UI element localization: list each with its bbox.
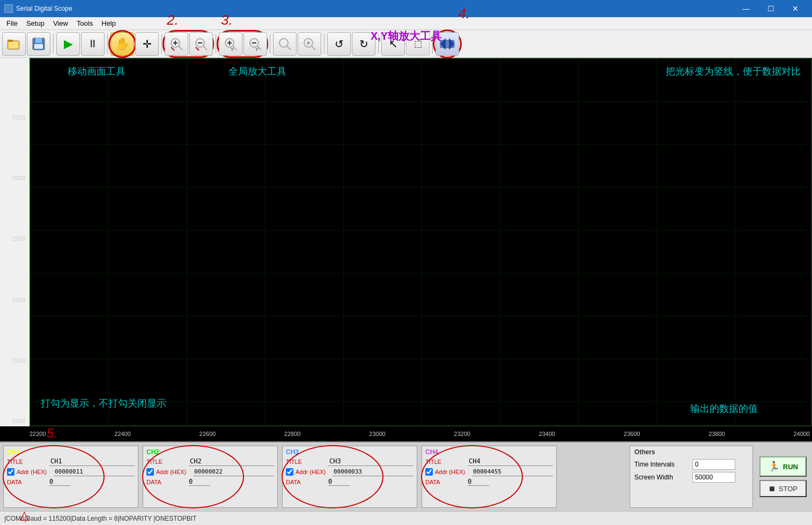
toolbar: ▶ ⏸ ✋ ✛ 2. — [0, 30, 812, 58]
ch2-group: CH2 TITLE Addr (HEX) DATA 0 — [143, 446, 278, 508]
ch3-checkbox[interactable] — [286, 468, 293, 476]
ch4-addr-label: Addr (HEX) — [435, 469, 470, 475]
x-label-24000: 24000 — [793, 431, 810, 437]
svg-rect-34 — [30, 58, 811, 426]
ch4-data-value: 0 — [468, 478, 489, 486]
zoom-out-x-button[interactable] — [189, 32, 213, 56]
ch3-group: CH3 TITLE Addr (HEX) DATA 0 — [282, 446, 417, 508]
menu-view[interactable]: View — [49, 18, 72, 28]
select-button[interactable]: ⬚ — [406, 32, 430, 56]
close-button[interactable]: ✕ — [783, 0, 808, 17]
ch2-addr-input[interactable] — [193, 468, 274, 476]
search-button[interactable] — [298, 32, 321, 56]
sep7 — [378, 34, 379, 54]
pause-button[interactable]: ⏸ — [81, 32, 105, 56]
ch2-title-label: TITLE — [146, 459, 187, 465]
sep1 — [53, 34, 54, 54]
others-panel: Others Time Intervals Screen Width — [630, 446, 753, 508]
x-label-22200: 22200 — [29, 431, 46, 437]
ch4-addr-input[interactable] — [472, 468, 553, 476]
ch1-checkbox[interactable] — [7, 468, 14, 476]
screen-width-input[interactable] — [692, 472, 735, 483]
svg-line-26 — [287, 46, 291, 50]
time-intervals-label: Time Intervals — [634, 461, 688, 468]
ch1-title-label: TITLE — [7, 459, 47, 465]
menu-file[interactable]: File — [2, 18, 22, 28]
ch4-title-input[interactable] — [468, 457, 553, 466]
menu-tools[interactable]: Tools — [72, 18, 97, 28]
svg-line-15 — [196, 47, 199, 50]
time-intervals-input[interactable] — [692, 459, 735, 470]
stop-button-main[interactable]: ⏹ STOP — [759, 480, 807, 497]
svg-rect-5 — [34, 44, 43, 49]
svg-rect-1 — [8, 40, 13, 42]
svg-point-29 — [307, 41, 310, 45]
maximize-button[interactable]: ☐ — [758, 0, 783, 17]
ch3-addr-label: Addr (HEX) — [296, 469, 330, 475]
x-label-23000: 23000 — [369, 431, 386, 437]
redo-button[interactable]: ↻ — [352, 32, 375, 56]
menu-setup[interactable]: Setup — [22, 18, 49, 28]
svg-text:Y: Y — [231, 47, 234, 51]
status-bar: |COM6|Baud = 115200|Data Length = 8|NOPA… — [0, 511, 812, 525]
annot-num2: 2. — [167, 12, 179, 28]
undo-button[interactable]: ↺ — [327, 32, 351, 56]
run-label: RUN — [783, 463, 798, 471]
ch3-title-label: TITLE — [286, 459, 326, 465]
chart-annot-move: 移动画面工具 — [68, 65, 126, 78]
ch2-title-input[interactable] — [189, 457, 274, 466]
ch1-data-value: 0 — [49, 478, 71, 486]
open-button[interactable] — [2, 32, 26, 56]
run-button-main[interactable]: 🏃 RUN — [759, 456, 807, 477]
x-label-23600: 23600 — [624, 431, 640, 437]
menu-bar: File Setup View Tools Help — [0, 17, 812, 30]
run-button[interactable]: ▶ — [56, 32, 80, 56]
title-bar: Serial Digital Scope — ☐ ✕ — [0, 0, 812, 17]
x-label-23400: 23400 — [539, 431, 556, 437]
zoom-in-x-button[interactable] — [165, 32, 188, 56]
bottom-panel: 5. CH1 TITLE Addr (HEX) DATA 0 △ — [0, 441, 812, 511]
menu-help[interactable]: Help — [97, 18, 120, 28]
annot-arrow: △ — [20, 508, 29, 522]
ch4-data-label: DATA — [425, 479, 466, 485]
annot-num3: 3. — [221, 12, 233, 28]
y-label-1500: 1500 — [2, 357, 27, 364]
zoom-in-y-button[interactable]: Y — [219, 32, 242, 56]
ch4-group: CH4 TITLE Addr (HEX) DATA 0 — [422, 446, 557, 508]
chart-area[interactable]: 移动画面工具 全局放大工具 把光标变为竖线，便于数据对比 打勾为显示，不打勾关闭… — [29, 58, 812, 426]
run-stop-panel: 🏃 RUN ⏹ STOP — [757, 446, 809, 508]
svg-marker-32 — [449, 38, 454, 50]
ch1-title-input[interactable] — [49, 457, 135, 466]
spacer — [561, 446, 625, 508]
run-icon: 🏃 — [768, 461, 780, 472]
vertical-cursor-button[interactable] — [435, 32, 459, 56]
sep5 — [270, 34, 270, 54]
ch4-checkbox[interactable] — [425, 468, 433, 476]
status-text: |COM6|Baud = 115200|Data Length = 8|NOPA… — [4, 515, 196, 522]
ch1-addr-input[interactable] — [54, 468, 135, 476]
ch3-addr-input[interactable] — [333, 468, 414, 476]
zoom-out-y-button[interactable]: Y — [243, 32, 267, 56]
chart-grid — [30, 58, 811, 426]
save-button[interactable] — [27, 32, 50, 56]
ch4-label: CH4 — [425, 448, 553, 456]
y-label-2000: 2000 — [2, 297, 27, 303]
magnify-button[interactable] — [273, 32, 297, 56]
ch3-label: CH3 — [286, 448, 414, 456]
stop-icon: ⏹ — [768, 484, 776, 493]
svg-marker-31 — [440, 38, 446, 50]
ch2-checkbox[interactable] — [146, 468, 154, 476]
main-area: 移动画面工具 全局放大工具 把光标变为竖线，便于数据对比 打勾为显示，不打勾关闭… — [0, 58, 812, 525]
svg-text:Y: Y — [255, 47, 259, 51]
drag-button[interactable]: ✛ — [135, 32, 159, 56]
chart-annot-show: 打勾为显示，不打勾关闭显示 — [41, 397, 166, 410]
move-tool-button[interactable]: ✋ — [110, 32, 134, 56]
chart-annot-output: 输出的数据的值 — [690, 402, 758, 415]
svg-text:✋: ✋ — [115, 37, 129, 51]
svg-line-28 — [312, 46, 315, 50]
ch2-data-value: 0 — [189, 478, 210, 486]
ch3-title-input[interactable] — [328, 457, 414, 466]
others-label: Others — [634, 448, 748, 456]
cursor-button[interactable]: ↖ — [381, 32, 405, 56]
minimize-button[interactable]: — — [734, 0, 758, 17]
